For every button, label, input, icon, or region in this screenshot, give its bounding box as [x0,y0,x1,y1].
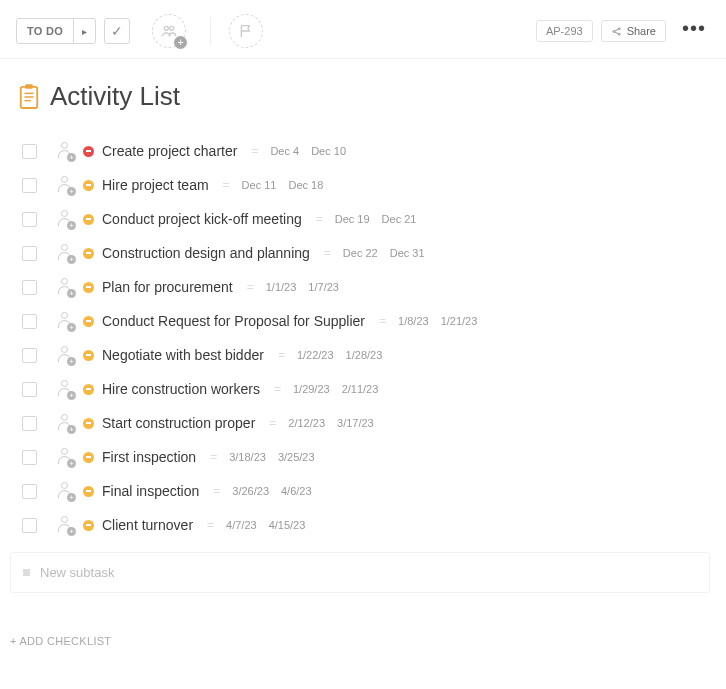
start-date[interactable]: 1/29/23 [293,383,330,395]
task-name[interactable]: Conduct Request for Proposal for Supplie… [102,313,365,329]
priority-icon[interactable] [83,486,94,497]
priority-icon[interactable] [83,520,94,531]
end-date[interactable]: 4/6/23 [281,485,312,497]
more-menu-button[interactable]: ••• [674,18,710,44]
assignee-icon[interactable]: + [55,277,75,297]
new-subtask-row[interactable] [10,552,710,593]
drag-handle-icon[interactable]: = [210,450,217,464]
task-row[interactable]: +Conduct Request for Proposal for Suppli… [22,304,718,338]
start-date[interactable]: Dec 22 [343,247,378,259]
task-id-chip[interactable]: AP-293 [536,20,593,42]
status-advance-icon[interactable]: ▸ [73,19,95,43]
task-checkbox[interactable] [22,246,37,261]
start-date[interactable]: 2/12/23 [288,417,325,429]
share-button[interactable]: Share [601,20,666,42]
end-date[interactable]: Dec 31 [390,247,425,259]
drag-handle-icon[interactable]: = [278,348,285,362]
task-checkbox[interactable] [22,382,37,397]
assignee-icon[interactable]: + [55,481,75,501]
add-checklist-button[interactable]: + ADD CHECKLIST [0,593,726,647]
task-row[interactable]: +Final inspection=3/26/234/6/23 [22,474,718,508]
start-date[interactable]: 3/18/23 [229,451,266,463]
drag-handle-icon[interactable]: = [207,518,214,532]
task-name[interactable]: Hire construction workers [102,381,260,397]
task-row[interactable]: +Negotiate with best bidder=1/22/231/28/… [22,338,718,372]
start-date[interactable]: 1/22/23 [297,349,334,361]
end-date[interactable]: Dec 10 [311,145,346,157]
task-row[interactable]: +Conduct project kick-off meeting=Dec 19… [22,202,718,236]
end-date[interactable]: 1/21/23 [441,315,478,327]
assignee-icon[interactable]: + [55,413,75,433]
start-date[interactable]: 3/26/23 [232,485,269,497]
task-checkbox[interactable] [22,416,37,431]
end-date[interactable]: 3/25/23 [278,451,315,463]
assignee-icon[interactable]: + [55,175,75,195]
task-checkbox[interactable] [22,280,37,295]
task-name[interactable]: Hire project team [102,177,209,193]
task-row[interactable]: +Client turnover=4/7/234/15/23 [22,508,718,542]
priority-icon[interactable] [83,282,94,293]
task-name[interactable]: Create project charter [102,143,237,159]
end-date[interactable]: 1/7/23 [308,281,339,293]
priority-icon[interactable] [83,316,94,327]
task-checkbox[interactable] [22,314,37,329]
priority-flag-button[interactable] [229,14,263,48]
end-date[interactable]: 2/11/23 [342,383,379,395]
drag-handle-icon[interactable]: = [269,416,276,430]
task-checkbox[interactable] [22,450,37,465]
assignees-add-button[interactable]: + [152,14,186,48]
page-title[interactable]: Activity List [50,81,180,112]
task-name[interactable]: Client turnover [102,517,193,533]
task-checkbox[interactable] [22,212,37,227]
assignee-icon[interactable]: + [55,209,75,229]
drag-handle-icon[interactable]: = [251,144,258,158]
start-date[interactable]: 1/1/23 [266,281,297,293]
end-date[interactable]: 4/15/23 [269,519,306,531]
end-date[interactable]: 3/17/23 [337,417,374,429]
assignee-icon[interactable]: + [55,243,75,263]
start-date[interactable]: Dec 11 [242,179,277,191]
priority-icon[interactable] [83,350,94,361]
task-row[interactable]: +Create project charter=Dec 4Dec 10 [22,134,718,168]
drag-handle-icon[interactable]: = [223,178,230,192]
drag-handle-icon[interactable]: = [274,382,281,396]
assignee-icon[interactable]: + [55,311,75,331]
task-row[interactable]: +Hire project team=Dec 11Dec 18 [22,168,718,202]
task-checkbox[interactable] [22,144,37,159]
task-checkbox[interactable] [22,518,37,533]
start-date[interactable]: 4/7/23 [226,519,257,531]
task-row[interactable]: +Hire construction workers=1/29/232/11/2… [22,372,718,406]
task-checkbox[interactable] [22,178,37,193]
start-date[interactable]: 1/8/23 [398,315,429,327]
assignee-icon[interactable]: + [55,141,75,161]
task-name[interactable]: First inspection [102,449,196,465]
priority-icon[interactable] [83,248,94,259]
task-row[interactable]: +Plan for procurement=1/1/231/7/23 [22,270,718,304]
end-date[interactable]: 1/28/23 [346,349,383,361]
drag-handle-icon[interactable]: = [324,246,331,260]
task-row[interactable]: +Construction design and planning=Dec 22… [22,236,718,270]
end-date[interactable]: Dec 18 [288,179,323,191]
task-name[interactable]: Final inspection [102,483,199,499]
end-date[interactable]: Dec 21 [382,213,417,225]
status-button[interactable]: TO DO ▸ [16,18,96,44]
drag-handle-icon[interactable]: = [247,280,254,294]
priority-icon[interactable] [83,146,94,157]
start-date[interactable]: Dec 19 [335,213,370,225]
assignee-icon[interactable]: + [55,515,75,535]
priority-icon[interactable] [83,214,94,225]
task-checkbox[interactable] [22,484,37,499]
task-row[interactable]: +First inspection=3/18/233/25/23 [22,440,718,474]
task-name[interactable]: Construction design and planning [102,245,310,261]
assignee-icon[interactable]: + [55,379,75,399]
drag-handle-icon[interactable]: = [379,314,386,328]
drag-handle-icon[interactable]: = [213,484,220,498]
priority-icon[interactable] [83,452,94,463]
task-checkbox[interactable] [22,348,37,363]
task-name[interactable]: Start construction proper [102,415,255,431]
drag-handle-icon[interactable]: = [316,212,323,226]
start-date[interactable]: Dec 4 [270,145,299,157]
assignee-icon[interactable]: + [55,447,75,467]
task-name[interactable]: Negotiate with best bidder [102,347,264,363]
priority-icon[interactable] [83,180,94,191]
